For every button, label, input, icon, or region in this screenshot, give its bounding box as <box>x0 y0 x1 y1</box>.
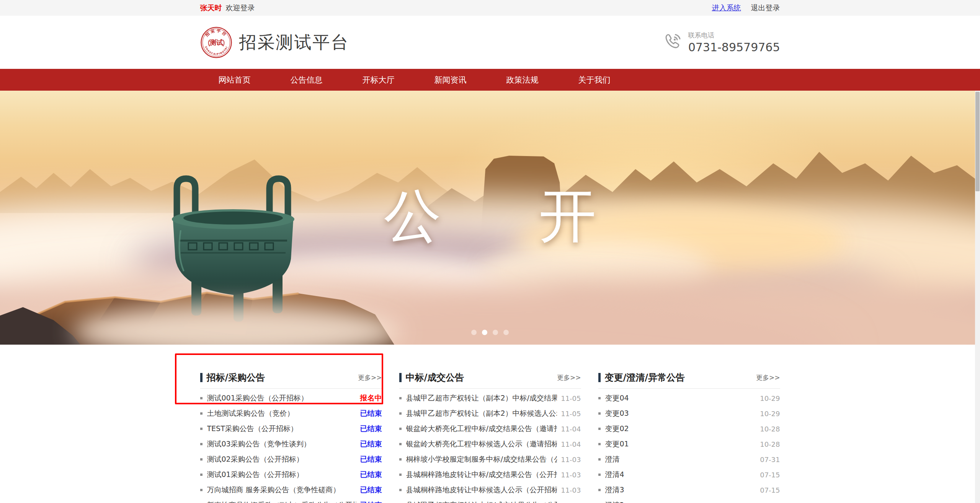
announcement-title[interactable]: 变更02 <box>605 424 756 434</box>
nav-item-bid-opening-hall[interactable]: 开标大厅 <box>363 75 395 85</box>
announcement-title[interactable]: 变更03 <box>605 409 756 418</box>
list-item[interactable]: 澄清407-15 <box>598 467 780 482</box>
bullet-icon <box>200 397 203 399</box>
list-item[interactable]: 新嘉怡商品物资采购（副本）采购公告（公开招标已结束 <box>200 498 382 503</box>
announcement-title[interactable]: 县城甲乙超市产权转让中标/成交结果公告（公开招标） <box>406 500 557 503</box>
list-item[interactable]: 测试001采购公告（公开招标）报名中 <box>200 391 382 406</box>
bullet-icon <box>399 489 402 491</box>
list-item[interactable]: 县城甲乙超市产权转让（副本2）中标候选人公示（公...11-05 <box>399 406 581 421</box>
announcement-title[interactable]: 土地测试采购公告（竞价） <box>207 409 356 418</box>
nav-item-news[interactable]: 新闻资讯 <box>434 75 467 85</box>
announcement-title[interactable]: 测试001采购公告（公开招标） <box>207 393 356 403</box>
section-marker <box>598 373 601 382</box>
nav-item-policies[interactable]: 政策法规 <box>506 75 539 85</box>
list-item[interactable]: 万向城招商 服务采购公告（竞争性磋商）已结束 <box>200 482 382 498</box>
bullet-icon <box>200 474 203 476</box>
list-item[interactable]: 测试02采购公告（公开招标）已结束 <box>200 452 382 467</box>
announcement-title[interactable]: 澄清 <box>605 454 756 464</box>
carousel-dots <box>471 330 509 335</box>
bullet-icon <box>598 489 601 491</box>
bullet-icon <box>399 458 402 461</box>
list-item[interactable]: 县城桐梓路地皮转让中标候选人公示（公开招标）11-03 <box>399 482 581 498</box>
bullet-icon <box>399 443 402 445</box>
announcement-title[interactable]: 桐梓坡小学校服定制服务中标/成交结果公告（公开招... <box>406 454 557 464</box>
more-link[interactable]: 更多>> <box>756 373 780 382</box>
announcement-title[interactable]: 澄清2 <box>605 500 756 503</box>
enter-system-link[interactable]: 进入系统 <box>712 3 741 13</box>
list-item[interactable]: 变更0110-28 <box>598 436 780 452</box>
item-date: 07-31 <box>760 456 780 464</box>
announcement-title[interactable]: 澄清4 <box>605 470 756 480</box>
status-badge: 已结束 <box>360 409 382 418</box>
list-item[interactable]: TEST采购公告（公开招标）已结束 <box>200 421 382 436</box>
carousel-dot-2-active[interactable] <box>482 330 487 335</box>
list-item[interactable]: 桐梓坡小学校服定制服务中标/成交结果公告（公开招...11-03 <box>399 452 581 467</box>
more-link[interactable]: 更多>> <box>358 373 382 382</box>
announcement-title[interactable]: 银盆岭大桥亮化工程中标/成交结果公告（邀请招标） <box>406 424 557 434</box>
bullet-icon <box>200 458 203 461</box>
list-item[interactable]: 银盆岭大桥亮化工程中标/成交结果公告（邀请招标）11-04 <box>399 421 581 436</box>
main-nav: 网站首页 公告信息 开标大厅 新闻资讯 政策法规 关于我们 <box>0 69 980 91</box>
list-item[interactable]: 测试01采购公告（公开招标）已结束 <box>200 467 382 482</box>
list-item[interactable]: 澄清307-15 <box>598 482 780 498</box>
item-date: 07-15 <box>760 471 780 479</box>
logged-in-username: 张天时 <box>200 3 222 13</box>
item-date: 10-29 <box>760 394 780 402</box>
announcement-title[interactable]: 县城桐梓路地皮转让中标候选人公示（公开招标） <box>406 485 557 495</box>
nav-item-about-us[interactable]: 关于我们 <box>578 75 611 85</box>
announcement-title[interactable]: 新嘉怡商品物资采购（副本）采购公告（公开招标 <box>207 500 356 503</box>
logout-link[interactable]: 退出登录 <box>751 3 780 13</box>
carousel-dot-3[interactable] <box>493 330 498 335</box>
scrollbar-thumb[interactable] <box>975 92 980 191</box>
status-badge: 报名中 <box>360 393 382 403</box>
list-item[interactable]: 变更0310-29 <box>598 406 780 421</box>
bullet-icon <box>598 458 601 461</box>
announcement-title[interactable]: 变更01 <box>605 439 756 449</box>
item-date: 11-03 <box>561 486 581 494</box>
announcement-title[interactable]: 测试01采购公告（公开招标） <box>207 470 356 480</box>
list-item[interactable]: 银盆岭大桥亮化工程中标候选人公示（邀请招标）11-04 <box>399 436 581 452</box>
list-item[interactable]: 测试03采购公告（竞争性谈判）已结束 <box>200 436 382 452</box>
item-date: 06-20 <box>760 501 780 503</box>
item-date: 11-03 <box>561 501 581 503</box>
announcement-title[interactable]: 澄清3 <box>605 485 756 495</box>
section-change-announcements: 变更/澄清/异常公告 更多>> 变更0410-29 变更0310-29 变更02… <box>598 371 780 503</box>
status-badge: 已结束 <box>360 439 382 449</box>
announcement-title[interactable]: TEST采购公告（公开招标） <box>207 424 356 434</box>
bullet-icon <box>598 443 601 445</box>
more-link[interactable]: 更多>> <box>557 373 581 382</box>
section-title: 中标/成交公告 <box>406 371 464 384</box>
contact-phone-number: 0731-89579765 <box>688 41 780 54</box>
list-item[interactable]: 变更0210-28 <box>598 421 780 436</box>
list-item[interactable]: 县城桐梓路地皮转让中标/成交结果公告（公开招标）11-03 <box>399 467 581 482</box>
section-divider <box>200 388 382 389</box>
list-item[interactable]: 土地测试采购公告（竞价）已结束 <box>200 406 382 421</box>
bullet-icon <box>598 428 601 430</box>
announcement-list: 变更0410-29 变更0310-29 变更0210-28 变更0110-28 … <box>598 391 780 503</box>
nav-item-announcements[interactable]: 公告信息 <box>291 75 323 85</box>
status-badge: 已结束 <box>360 485 382 495</box>
status-badge: 已结束 <box>360 424 382 434</box>
bullet-icon <box>200 443 203 445</box>
announcement-title[interactable]: 县城桐梓路地皮转让中标/成交结果公告（公开招标） <box>406 470 557 480</box>
announcement-title[interactable]: 县城甲乙超市产权转让（副本2）中标/成交结果公告... <box>406 393 557 403</box>
nav-item-home[interactable]: 网站首页 <box>219 75 251 85</box>
bullet-icon <box>399 397 402 399</box>
carousel-dot-4[interactable] <box>503 330 509 335</box>
announcement-title[interactable]: 万向城招商 服务采购公告（竞争性磋商） <box>207 485 356 495</box>
list-item[interactable]: 县城甲乙超市产权转让（副本2）中标/成交结果公告...11-05 <box>399 391 581 406</box>
list-item[interactable]: 县城甲乙超市产权转让中标/成交结果公告（公开招标）11-03 <box>399 498 581 503</box>
carousel-dot-1[interactable] <box>471 330 477 335</box>
list-item[interactable]: 变更0410-29 <box>598 391 780 406</box>
list-item[interactable]: 澄清206-20 <box>598 498 780 503</box>
announcement-title[interactable]: 测试03采购公告（竞争性谈判） <box>207 439 356 449</box>
svg-text:测试: 测试 <box>209 38 223 46</box>
scrollbar-track[interactable] <box>975 91 980 503</box>
announcement-title[interactable]: 银盆岭大桥亮化工程中标候选人公示（邀请招标） <box>406 439 557 449</box>
section-marker <box>399 373 402 382</box>
hero-banner: 公 开 <box>0 91 980 345</box>
announcement-title[interactable]: 变更04 <box>605 393 756 403</box>
announcement-title[interactable]: 测试02采购公告（公开招标） <box>207 454 356 464</box>
announcement-title[interactable]: 县城甲乙超市产权转让（副本2）中标候选人公示（公... <box>406 409 557 418</box>
list-item[interactable]: 澄清07-31 <box>598 452 780 467</box>
